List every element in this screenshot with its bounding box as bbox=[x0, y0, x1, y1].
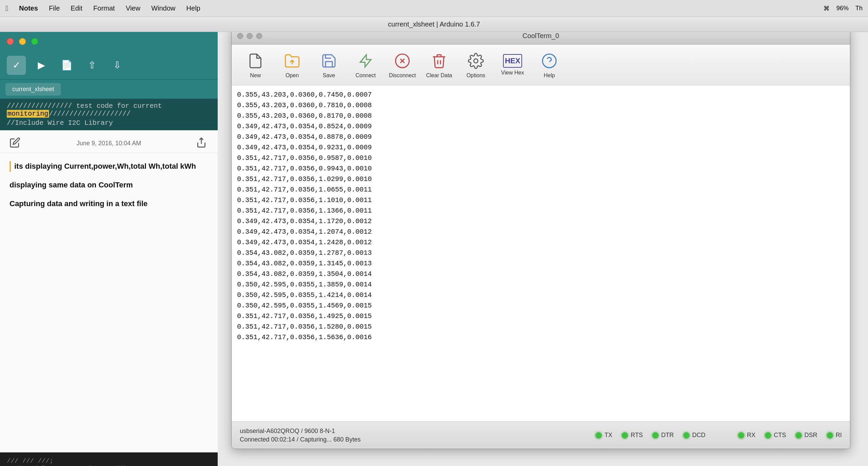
menu-edit[interactable]: Edit bbox=[71, 4, 82, 12]
menu-notes[interactable]: Notes bbox=[19, 4, 38, 12]
ri-indicator: RI bbox=[827, 432, 842, 439]
data-row: 0.351,42.717,0.0356,1.0299,0.0010 bbox=[237, 174, 845, 184]
move-up-icon: ⇧ bbox=[88, 60, 96, 71]
svg-point-5 bbox=[542, 54, 556, 68]
coolterm-minimize[interactable] bbox=[247, 33, 253, 39]
code-bottom-line1: /// /// ///; bbox=[7, 457, 211, 465]
coolterm-close[interactable] bbox=[237, 33, 243, 39]
menu-format[interactable]: Format bbox=[93, 4, 115, 12]
svg-point-4 bbox=[474, 59, 478, 63]
dsr-led bbox=[796, 432, 802, 438]
coolterm-maximize[interactable] bbox=[256, 33, 262, 39]
status-info: usbserial-A602QROQ / 9600 8-N-1 Connecte… bbox=[240, 428, 596, 443]
rx-led bbox=[738, 432, 744, 438]
data-row: 0.354,43.082,0.0359,1.3504,0.0014 bbox=[237, 269, 845, 279]
help-button[interactable]: Help bbox=[532, 48, 566, 82]
viewhex-button[interactable]: HEX View Hex bbox=[496, 48, 530, 82]
rts-indicator: RTS bbox=[622, 432, 643, 439]
current-xlsheet-tab[interactable]: current_xlsheet bbox=[5, 83, 61, 96]
connect-label: Connect bbox=[355, 72, 376, 79]
move-down-button[interactable]: ⇩ bbox=[107, 56, 127, 75]
dtr-led bbox=[652, 432, 658, 438]
help-label: Help bbox=[544, 72, 555, 79]
tx-led bbox=[596, 432, 602, 438]
data-row: 0.349,42.473,0.0354,0.8524,0.0009 bbox=[237, 121, 845, 132]
help-icon bbox=[540, 51, 559, 70]
wifi-icon: ⌘ bbox=[823, 5, 830, 12]
move-down-icon: ⇩ bbox=[113, 60, 121, 71]
connect-button[interactable]: Connect bbox=[349, 48, 383, 82]
rts-led bbox=[622, 432, 628, 438]
cleardata-label: Clear Data bbox=[426, 72, 452, 79]
tx-indicator: TX bbox=[596, 432, 612, 439]
check-icon: ✓ bbox=[13, 60, 20, 71]
options-button[interactable]: Options bbox=[459, 48, 493, 82]
move-up-button[interactable]: ⇧ bbox=[82, 56, 101, 75]
menu-window[interactable]: Window bbox=[151, 4, 176, 12]
share-icon[interactable] bbox=[196, 137, 208, 149]
notes-code-header: //////////////// test code for current m… bbox=[0, 99, 218, 130]
data-row: 0.349,42.473,0.0354,1.1720,0.0012 bbox=[237, 216, 845, 227]
note-line-1: its displaying Current,power,Wh,total Wh… bbox=[10, 161, 208, 172]
maximize-button[interactable] bbox=[31, 38, 38, 45]
new-button[interactable]: New bbox=[238, 48, 272, 82]
coolterm-traffic-lights bbox=[237, 33, 262, 39]
dcd-led bbox=[683, 432, 689, 438]
open-icon bbox=[283, 51, 302, 70]
notes-titlebar bbox=[0, 32, 218, 51]
notes-entry-header: June 9, 2016, 10:04 AM bbox=[0, 130, 218, 153]
menu-file[interactable]: File bbox=[49, 4, 60, 12]
new-note-button[interactable]: 📄 bbox=[57, 56, 76, 75]
code-bottom-line2: unsigned long LSB = Wire.read(); bbox=[7, 465, 211, 466]
new-icon bbox=[246, 51, 265, 70]
data-row: 0.350,42.595,0.0355,1.4569,0.0015 bbox=[237, 300, 845, 311]
arduino-title: current_xlsheet | Arduino 1.6.7 bbox=[388, 20, 480, 28]
note-line-3: Capturing data and writing in a text fil… bbox=[10, 199, 208, 209]
notes-toolbar: ✓ ▶ 📄 ⇧ ⇩ bbox=[0, 51, 218, 80]
disconnect-button[interactable]: Disconnect bbox=[385, 48, 419, 82]
save-label: Save bbox=[323, 72, 335, 79]
save-icon bbox=[319, 51, 338, 70]
options-icon bbox=[466, 51, 485, 70]
data-row: 0.351,42.717,0.0356,1.5636,0.0016 bbox=[237, 332, 845, 343]
apple-menu[interactable]:  bbox=[5, 4, 8, 13]
close-button[interactable] bbox=[7, 38, 14, 45]
coolterm-title: CoolTerm_0 bbox=[522, 32, 559, 40]
ri-label: RI bbox=[836, 432, 842, 439]
data-row: 0.355,43.203,0.0360,0.8170,0.0008 bbox=[237, 111, 845, 121]
new-note-icon: 📄 bbox=[61, 60, 73, 71]
coolterm-data-area: 0.355,43.203,0.0360,0.7450,0.00070.355,4… bbox=[232, 85, 850, 421]
notes-tab-bar: current_xlsheet bbox=[0, 80, 218, 99]
open-button[interactable]: Open bbox=[275, 48, 309, 82]
cts-label: CTS bbox=[774, 432, 786, 439]
menu-view[interactable]: View bbox=[126, 4, 140, 12]
data-row: 0.349,42.473,0.0354,1.2074,0.0012 bbox=[237, 227, 845, 237]
coolterm-statusbar: usbserial-A602QROQ / 9600 8-N-1 Connecte… bbox=[232, 421, 850, 449]
menu-help[interactable]: Help bbox=[186, 4, 200, 12]
edit-icon[interactable] bbox=[10, 137, 22, 149]
rx-label: RX bbox=[747, 432, 755, 439]
minimize-button[interactable] bbox=[19, 38, 26, 45]
arduino-titlebar: current_xlsheet | Arduino 1.6.7 bbox=[0, 17, 868, 32]
data-row: 0.351,42.717,0.0356,0.9587,0.0010 bbox=[237, 153, 845, 163]
connect-icon bbox=[356, 51, 375, 70]
cleardata-button[interactable]: Clear Data bbox=[422, 48, 456, 82]
check-button[interactable]: ✓ bbox=[7, 56, 26, 75]
viewhex-icon: HEX bbox=[503, 54, 522, 68]
battery-level: 96% bbox=[836, 5, 849, 12]
tx-label: TX bbox=[604, 432, 612, 439]
data-row: 0.351,42.717,0.0356,1.1010,0.0011 bbox=[237, 195, 845, 205]
status-indicators: TX RTS DTR DCD RX CTS bbox=[596, 432, 842, 439]
forward-button[interactable]: ▶ bbox=[32, 56, 51, 75]
data-row: 0.351,42.717,0.0356,0.9943,0.0010 bbox=[237, 163, 845, 174]
port-info: usbserial-A602QROQ / 9600 8-N-1 bbox=[240, 428, 596, 435]
note-date: June 9, 2016, 10:04 AM bbox=[22, 140, 196, 147]
menubar-status: ⌘ 96% Th bbox=[823, 5, 863, 12]
code-suffix: //////////////////// bbox=[49, 110, 131, 118]
viewhex-label: View Hex bbox=[501, 70, 524, 76]
dcd-indicator: DCD bbox=[683, 432, 705, 439]
save-button[interactable]: Save bbox=[312, 48, 346, 82]
cts-led bbox=[765, 432, 771, 438]
data-row: 0.351,42.717,0.0356,1.0655,0.0011 bbox=[237, 184, 845, 195]
forward-icon: ▶ bbox=[38, 60, 45, 71]
